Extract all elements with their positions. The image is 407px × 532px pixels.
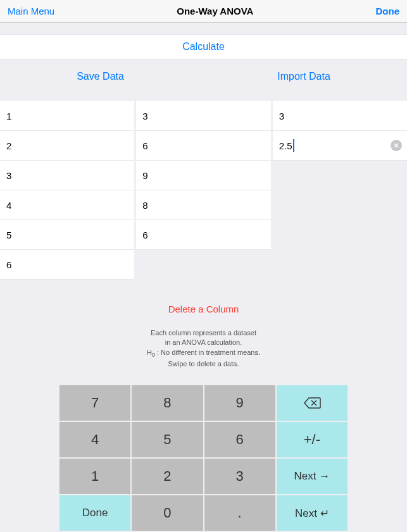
main-menu-button[interactable]: Main Menu: [8, 6, 54, 16]
data-cell[interactable]: 2.5: [273, 131, 407, 161]
key-next-right[interactable]: Next →: [277, 459, 348, 494]
done-button[interactable]: Done: [375, 6, 399, 16]
key-5[interactable]: 5: [132, 422, 203, 457]
data-cell[interactable]: 3: [136, 101, 270, 131]
help-text: Each column represents a dataset in an A…: [0, 328, 407, 369]
delete-column-button[interactable]: Delete a Column: [0, 304, 407, 314]
numeric-keypad: 7 8 9 4 5 6 +/- 1 2 3 Next → Done 0 . Ne…: [0, 384, 407, 532]
key-decimal[interactable]: .: [204, 495, 275, 531]
data-cell[interactable]: 3: [273, 101, 407, 131]
key-plus-minus[interactable]: +/-: [277, 422, 348, 457]
key-1[interactable]: 1: [59, 459, 130, 494]
key-0[interactable]: 0: [132, 495, 203, 531]
save-data-button[interactable]: Save Data: [77, 71, 124, 82]
data-cell[interactable]: 6: [0, 250, 134, 280]
data-column: 32.5: [273, 101, 407, 280]
clear-input-icon[interactable]: [391, 140, 402, 151]
data-cell[interactable]: 2: [0, 131, 134, 161]
data-cell[interactable]: 9: [136, 161, 270, 190]
key-next-enter[interactable]: Next ↵: [277, 495, 348, 531]
data-cell[interactable]: 3: [0, 161, 134, 190]
key-3[interactable]: 3: [204, 459, 275, 494]
key-done[interactable]: Done: [59, 495, 130, 531]
data-cell[interactable]: 8: [136, 190, 270, 220]
page-title: One-Way ANOVA: [177, 6, 253, 16]
key-backspace[interactable]: [277, 385, 348, 421]
data-column: 36986: [136, 101, 270, 280]
data-cell[interactable]: 4: [0, 190, 134, 220]
key-6[interactable]: 6: [204, 422, 275, 457]
key-7[interactable]: 7: [59, 385, 130, 421]
import-data-button[interactable]: Import Data: [277, 71, 330, 82]
key-9[interactable]: 9: [204, 385, 275, 421]
data-cell[interactable]: 6: [136, 131, 270, 161]
calculate-bar[interactable]: Calculate: [0, 34, 407, 59]
calculate-label: Calculate: [182, 41, 225, 53]
key-2[interactable]: 2: [132, 459, 203, 494]
key-8[interactable]: 8: [132, 385, 203, 421]
data-column: 123456: [0, 101, 134, 280]
data-cell[interactable]: 6: [136, 220, 270, 250]
key-4[interactable]: 4: [59, 422, 130, 457]
data-cell[interactable]: 5: [0, 220, 134, 250]
backspace-icon: [303, 397, 321, 409]
data-cell[interactable]: 1: [0, 101, 134, 131]
